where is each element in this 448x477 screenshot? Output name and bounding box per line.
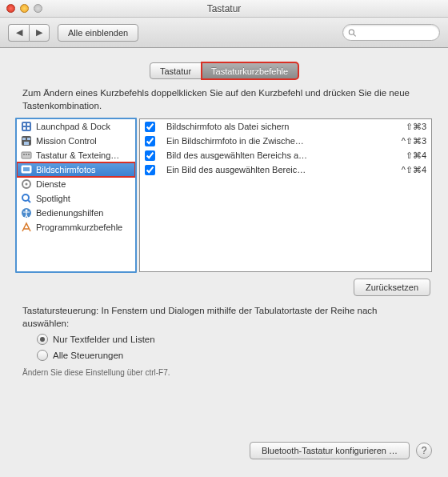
svg-rect-4: [27, 123, 30, 126]
shortcut-keys[interactable]: ^⇧⌘3: [402, 136, 426, 146]
shortcut-keys[interactable]: ⇧⌘4: [406, 150, 426, 161]
category-item-screenshots[interactable]: Bildschirmfotos: [17, 162, 135, 177]
tab-keyboard[interactable]: Tastatur: [150, 62, 202, 79]
nav-buttons: ◀ ▶: [8, 24, 50, 42]
svg-rect-16: [23, 167, 30, 171]
shortcut-label: Bild des ausgewählten Bereichs a…: [166, 150, 399, 160]
search-field[interactable]: [342, 24, 440, 41]
category-item[interactable]: Dienste: [17, 177, 135, 191]
shortcut-checkbox[interactable]: [145, 150, 155, 161]
shortcut-checkbox[interactable]: [145, 122, 155, 132]
svg-rect-5: [23, 127, 26, 130]
category-label: Tastatur & Texteing…: [36, 150, 119, 160]
category-label: Launchpad & Dock: [36, 122, 110, 131]
toolbar: ◀ ▶ Alle einblenden: [0, 18, 448, 48]
description-text: Zum Ändern eines Kurzbefehls doppelklick…: [0, 86, 448, 118]
svg-line-20: [28, 200, 30, 202]
radio-label: Alle Steuerungen: [53, 349, 123, 362]
radio-icon[interactable]: [37, 350, 48, 361]
tab-shortcuts[interactable]: Tastaturkurzbefehle: [202, 62, 298, 79]
shortcut-checkbox[interactable]: [145, 165, 155, 175]
category-label: Mission Control: [36, 136, 97, 146]
svg-point-0: [349, 30, 354, 34]
search-input[interactable]: [359, 28, 435, 38]
mission-control-icon: [20, 134, 33, 147]
shortcut-keys[interactable]: ^⇧⌘4: [402, 165, 426, 175]
svg-rect-2: [22, 122, 31, 131]
forward-button[interactable]: ▶: [29, 24, 50, 42]
kbnav-hint: Ändern Sie diese Einstellung über ctrl-F…: [0, 363, 448, 377]
svg-rect-3: [23, 123, 26, 126]
category-item[interactable]: Tastatur & Texteing…: [17, 148, 135, 162]
category-list[interactable]: Launchpad & Dock Mission Control Tastatu…: [16, 118, 136, 272]
radio-icon[interactable]: [37, 334, 48, 345]
shortcut-row[interactable]: Bildschirmfoto als Datei sichern ⇧⌘3: [140, 119, 431, 134]
category-item[interactable]: Programmkurzbefehle: [17, 220, 135, 234]
accessibility-icon: [20, 206, 33, 219]
svg-rect-9: [27, 138, 30, 140]
radio-all-controls[interactable]: Alle Steuerungen: [37, 349, 426, 362]
shortcut-label: Bildschirmfoto als Datei sichern: [166, 122, 399, 131]
shortcut-list[interactable]: Bildschirmfoto als Datei sichern ⇧⌘3 Ein…: [139, 118, 432, 272]
reset-button[interactable]: Zurücksetzen: [354, 279, 430, 296]
svg-point-18: [26, 183, 28, 186]
shortcut-label: Ein Bildschirmfoto in die Zwische…: [166, 136, 395, 146]
back-button[interactable]: ◀: [8, 24, 29, 42]
screenshot-icon: [20, 163, 33, 176]
svg-rect-10: [24, 142, 29, 145]
shortcut-row[interactable]: Ein Bild des ausgewählten Bereic… ^⇧⌘4: [140, 162, 431, 177]
svg-rect-13: [26, 154, 27, 155]
tab-bar: Tastatur Tastaturkurzbefehle: [0, 62, 448, 79]
launchpad-icon: [20, 120, 33, 133]
kbnav-description: Tastatursteuerung: In Fenstern und Dialo…: [22, 304, 426, 330]
svg-point-22: [26, 210, 28, 212]
shortcut-keys[interactable]: ⇧⌘3: [406, 122, 426, 132]
shortcut-label: Ein Bild des ausgewählten Bereic…: [166, 165, 395, 174]
content-area: Tastatur Tastaturkurzbefehle Zum Ändern …: [0, 48, 448, 477]
category-label: Programmkurzbefehle: [36, 222, 122, 232]
category-item[interactable]: Mission Control: [17, 134, 135, 148]
keyboard-icon: [20, 149, 33, 162]
svg-rect-6: [27, 127, 30, 130]
search-icon: [348, 28, 357, 38]
category-item[interactable]: Bedienungshilfen: [17, 206, 135, 220]
svg-rect-12: [23, 154, 25, 155]
category-label: Bildschirmfotos: [36, 165, 96, 174]
shortcut-checkbox[interactable]: [145, 136, 155, 146]
svg-rect-14: [28, 154, 30, 155]
radio-label: Nur Textfelder und Listen: [53, 333, 155, 346]
spotlight-icon: [20, 192, 33, 205]
svg-rect-8: [22, 138, 26, 140]
shortcut-row[interactable]: Ein Bildschirmfoto in die Zwische… ^⇧⌘3: [140, 134, 431, 148]
window-title: Tastatur: [0, 3, 448, 14]
category-label: Bedienungshilfen: [36, 208, 103, 218]
category-label: Spotlight: [36, 194, 70, 203]
bluetooth-button[interactable]: Bluetooth-Tastatur konfigurieren …: [250, 442, 410, 459]
svg-line-1: [354, 34, 356, 36]
show-all-button[interactable]: Alle einblenden: [58, 24, 138, 42]
category-item[interactable]: Launchpad & Dock: [17, 119, 135, 134]
services-icon: [20, 178, 33, 190]
category-item[interactable]: Spotlight: [17, 191, 135, 206]
app-shortcuts-icon: [20, 221, 33, 234]
radio-text-lists[interactable]: Nur Textfelder und Listen: [37, 333, 426, 346]
titlebar: Tastatur: [0, 0, 448, 18]
help-button[interactable]: ?: [416, 443, 432, 459]
svg-point-19: [22, 194, 29, 201]
shortcut-row[interactable]: Bild des ausgewählten Bereichs a… ⇧⌘4: [140, 148, 431, 162]
category-label: Dienste: [36, 179, 66, 189]
